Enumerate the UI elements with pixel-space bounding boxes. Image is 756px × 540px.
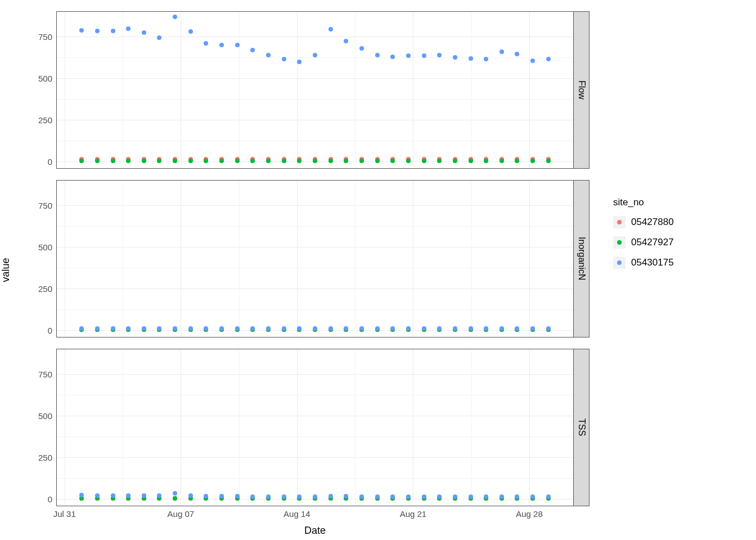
data-point	[422, 326, 426, 331]
y-tick-label: 250	[38, 284, 57, 294]
data-point	[111, 29, 115, 33]
data-point	[188, 159, 193, 163]
data-point	[95, 159, 100, 163]
data-point	[546, 57, 551, 61]
data-point	[530, 58, 535, 63]
plot-tss: 0250500750Jul 31Aug 07Aug 14Aug 21Aug 28	[56, 349, 574, 506]
legend-item-05430175: 05430175	[613, 256, 674, 269]
data-point	[142, 159, 146, 163]
data-point	[219, 494, 224, 498]
data-point	[359, 159, 364, 163]
data-point	[469, 494, 473, 499]
data-point	[173, 496, 177, 501]
data-point	[111, 326, 115, 331]
data-point	[266, 53, 271, 57]
data-point	[406, 494, 411, 499]
data-point	[328, 326, 333, 331]
data-point	[515, 52, 519, 56]
data-point	[328, 27, 333, 32]
data-point	[235, 159, 240, 163]
legend-label: 05427927	[631, 237, 674, 248]
data-point	[484, 57, 488, 61]
data-point	[390, 326, 395, 331]
data-point	[297, 159, 302, 163]
y-tick-label: 250	[38, 115, 57, 125]
data-point	[297, 60, 302, 64]
facet-strip-tss: TSS	[574, 349, 590, 506]
data-point	[111, 493, 115, 498]
data-point	[500, 50, 504, 54]
x-tick-label: Aug 14	[284, 506, 310, 519]
data-point	[469, 159, 473, 163]
data-point	[390, 494, 395, 499]
data-point	[313, 53, 317, 57]
data-point	[188, 326, 193, 331]
plot-inorganicn: 0250500750	[56, 180, 574, 338]
data-point	[95, 326, 100, 331]
data-point	[484, 494, 488, 499]
legend-item-05427927: 05427927	[613, 236, 674, 249]
data-point	[266, 159, 271, 163]
data-point	[546, 159, 551, 163]
y-tick-label: 500	[38, 411, 57, 421]
data-point	[188, 29, 193, 34]
data-point	[250, 48, 255, 52]
data-point	[453, 494, 457, 499]
data-point	[484, 326, 488, 331]
data-point	[359, 494, 364, 499]
data-point	[515, 159, 519, 163]
data-point	[328, 159, 333, 163]
data-point	[157, 326, 161, 331]
data-point	[500, 494, 504, 499]
facet-row-inorganicn: 0250500750InorganicN	[56, 180, 596, 338]
data-point	[219, 159, 224, 163]
data-point	[297, 494, 302, 499]
data-point	[95, 493, 100, 498]
data-point	[422, 159, 426, 163]
data-point	[500, 326, 504, 331]
y-tick-label: 0	[48, 157, 57, 166]
data-point	[437, 326, 442, 331]
data-point	[204, 159, 208, 163]
data-point	[79, 159, 84, 163]
data-point	[126, 159, 130, 163]
data-point	[406, 53, 411, 58]
y-axis-label: value	[0, 258, 12, 282]
legend-item-05427880: 05427880	[613, 216, 674, 228]
x-tick-label: Jul 31	[53, 506, 76, 519]
data-point	[126, 26, 130, 31]
data-point	[453, 159, 457, 163]
data-point	[546, 494, 551, 499]
data-point	[250, 494, 255, 499]
data-point	[469, 326, 473, 331]
data-point	[344, 159, 348, 163]
legend-dot-icon	[617, 260, 622, 265]
facet-row-flow: 0250500750Flow	[56, 11, 596, 169]
data-point	[453, 55, 457, 60]
data-point	[375, 53, 380, 57]
y-tick-label: 750	[38, 370, 57, 379]
facet-panels: 0250500750Flow0250500750InorganicN025050…	[56, 11, 596, 512]
plot-flow: 0250500750	[56, 11, 574, 169]
data-point	[250, 159, 255, 163]
legend-swatch	[613, 216, 626, 228]
data-point	[173, 15, 177, 19]
data-point	[469, 56, 473, 61]
y-tick-label: 0	[48, 326, 57, 335]
data-point	[142, 493, 146, 498]
data-point	[500, 159, 504, 163]
data-point	[235, 326, 240, 331]
data-point	[453, 326, 457, 331]
data-point	[142, 326, 146, 331]
chart-stage: value Date 0250500750Flow0250500750Inorg…	[0, 0, 756, 540]
legend-title: site_no	[613, 197, 674, 208]
data-point	[530, 159, 535, 163]
data-point	[406, 326, 411, 331]
data-point	[313, 326, 317, 331]
data-point	[437, 159, 442, 163]
data-point	[530, 326, 535, 331]
data-point	[173, 159, 177, 163]
data-point	[530, 494, 535, 499]
data-point	[204, 326, 208, 331]
data-point	[313, 159, 317, 163]
